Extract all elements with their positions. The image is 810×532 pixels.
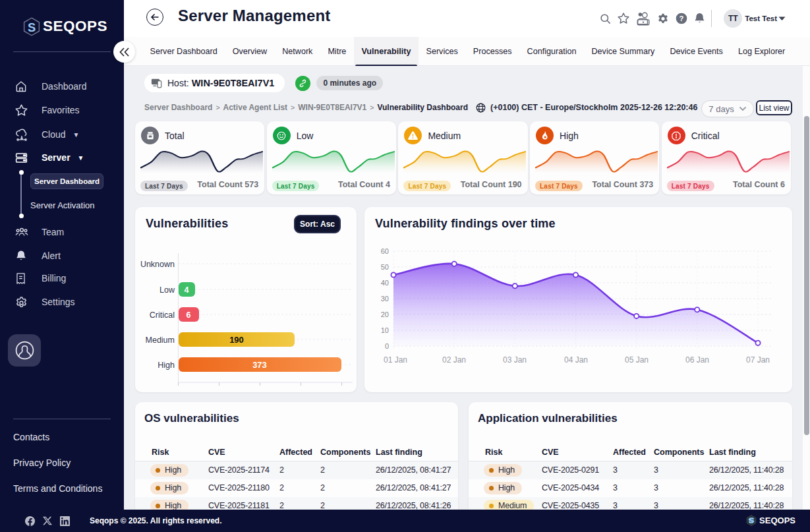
svg-text:High: High (158, 361, 175, 370)
svg-text:06 Jan: 06 Jan (685, 355, 709, 365)
svg-text:10: 10 (381, 326, 389, 334)
svg-text:?: ? (680, 15, 684, 22)
svg-text:01 Jan: 01 Jan (384, 355, 407, 365)
svg-text:60: 60 (381, 247, 389, 255)
svg-text:Low: Low (159, 285, 175, 295)
svg-text:02 Jan: 02 Jan (442, 355, 466, 365)
svg-text:Critical: Critical (150, 310, 175, 320)
svg-text:07 Jan: 07 Jan (746, 355, 770, 365)
svg-text:04 Jan: 04 Jan (564, 355, 588, 365)
svg-text:03 Jan: 03 Jan (503, 355, 527, 365)
svg-text:4: 4 (185, 285, 189, 295)
svg-text:Unknown: Unknown (140, 260, 175, 269)
svg-text:6: 6 (187, 310, 191, 320)
svg-text:373: 373 (252, 360, 267, 370)
svg-text:05 Jan: 05 Jan (625, 355, 649, 365)
svg-text:Medium: Medium (146, 336, 175, 345)
svg-text:20: 20 (381, 310, 389, 318)
svg-text:50: 50 (381, 263, 389, 271)
svg-text:30: 30 (381, 295, 389, 303)
svg-text:S: S (28, 20, 36, 34)
svg-text:190: 190 (229, 335, 244, 345)
svg-text:0: 0 (385, 342, 389, 350)
svg-text:40: 40 (381, 279, 389, 287)
